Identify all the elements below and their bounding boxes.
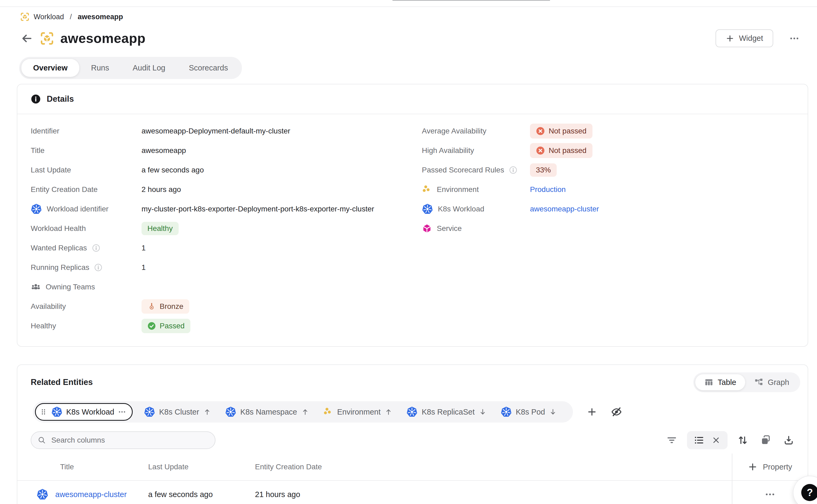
info-tooltip-icon[interactable]	[509, 166, 517, 174]
chip-label: K8s Pod	[516, 408, 545, 416]
back-button[interactable]	[19, 31, 34, 46]
tab-audit-log[interactable]: Audit Log	[121, 59, 177, 77]
add-property-button[interactable]: Property	[732, 454, 808, 481]
field-entity-creation-date: Entity Creation Date 2 hours ago	[31, 180, 422, 199]
entity-chips: K8s Workload K8s Cluster K8s Namespace E…	[33, 401, 573, 423]
chip-label: K8s Cluster	[159, 408, 199, 416]
status-badge-healthy: Healthy	[142, 222, 179, 235]
field-service: Service	[422, 219, 794, 238]
field-label: Identifier	[31, 127, 59, 135]
breadcrumb-parent[interactable]: Workload	[34, 13, 64, 21]
row-entity-link[interactable]: awesomeapp-cluster	[55, 490, 127, 499]
field-title: Title awesomeapp	[31, 141, 422, 160]
environment-icon	[422, 184, 432, 195]
field-label: Title	[31, 146, 45, 155]
field-owning-teams: Owning Teams	[31, 277, 422, 297]
toggle-graph-label: Graph	[768, 378, 789, 387]
status-badge-passed: Passed	[142, 319, 190, 333]
chip-k8s-replicaset[interactable]: K8s ReplicaSet	[399, 406, 493, 418]
field-label: Environment	[437, 185, 479, 194]
arrow-up-icon	[384, 408, 392, 416]
row-last-update: a few seconds ago	[148, 490, 213, 499]
field-high-availability: High Availability Not passed	[422, 141, 794, 160]
breadcrumb-current[interactable]: awesomeapp	[78, 13, 123, 21]
k8s-workload-link[interactable]: awesomeapp-cluster	[530, 205, 599, 213]
drag-handle-icon[interactable]	[40, 408, 48, 416]
add-property-label: Property	[763, 463, 792, 471]
add-widget-label: Widget	[739, 34, 763, 43]
search-columns-input[interactable]	[51, 436, 209, 445]
percentage-badge: 33%	[530, 163, 557, 177]
field-average-availability: Average Availability Not passed	[422, 121, 794, 141]
plus-icon	[748, 462, 757, 472]
chip-k8s-cluster[interactable]: K8s Cluster	[137, 406, 218, 418]
k8s-icon	[422, 203, 433, 215]
search-columns-box	[31, 431, 215, 449]
k8s-icon	[225, 406, 236, 418]
graph-icon	[754, 378, 763, 387]
x-circle-icon	[536, 127, 545, 136]
related-entities-card: Related Entities Table Graph K8s Workloa…	[17, 364, 808, 504]
field-healthy: Healthy Passed	[31, 316, 422, 336]
download-button[interactable]	[783, 435, 794, 446]
chip-label: Environment	[337, 408, 381, 416]
kebab-icon	[789, 33, 799, 44]
chip-menu-icon[interactable]	[118, 408, 126, 416]
table-main: Title Last Update Entity Creation Date a…	[17, 454, 732, 504]
chip-k8s-pod[interactable]: K8s Pod	[494, 406, 564, 418]
chip-k8s-namespace[interactable]: K8s Namespace	[218, 406, 316, 418]
field-label: Service	[437, 224, 462, 233]
x-circle-icon	[536, 146, 545, 155]
toggle-table-view[interactable]: Table	[695, 374, 745, 390]
filter-button[interactable]	[666, 435, 677, 446]
table-row[interactable]: awesomeapp-cluster a few seconds ago 21 …	[17, 481, 732, 504]
info-tooltip-icon[interactable]	[92, 244, 100, 252]
details-left-column: Identifier awesomeapp-Deployment-default…	[31, 121, 422, 336]
sort-button[interactable]	[737, 435, 748, 446]
add-widget-button[interactable]: Widget	[716, 29, 773, 47]
info-icon	[31, 94, 41, 104]
view-toggle: Table Graph	[693, 372, 800, 392]
tab-overview[interactable]: Overview	[21, 59, 79, 77]
field-label: Workload identifier	[47, 205, 108, 213]
view-options-group	[687, 431, 728, 449]
tab-bar: Overview Runs Audit Log Scorecards	[19, 57, 242, 79]
back-arrow-icon	[21, 32, 33, 45]
field-workload-health: Workload Health Healthy	[31, 219, 422, 238]
toggle-graph-view[interactable]: Graph	[745, 374, 798, 390]
environment-link[interactable]: Production	[530, 185, 566, 194]
badge-label: Bronze	[160, 303, 183, 310]
eye-off-icon	[611, 406, 622, 418]
chip-environment[interactable]: Environment	[316, 407, 400, 417]
table-icon	[704, 378, 713, 387]
copy-button[interactable]	[760, 435, 771, 446]
tab-scorecards[interactable]: Scorecards	[177, 59, 240, 77]
hide-relations-button[interactable]	[611, 406, 622, 418]
field-value: 2 hours ago	[142, 185, 181, 194]
tab-runs[interactable]: Runs	[79, 59, 121, 77]
filter-icon	[666, 435, 677, 446]
field-value: awesomeapp	[142, 146, 186, 155]
chip-k8s-workload[interactable]: K8s Workload	[35, 403, 133, 421]
k8s-icon	[144, 406, 155, 418]
badge-label: Not passed	[549, 147, 587, 154]
field-label: K8s Workload	[438, 205, 484, 213]
check-circle-icon	[147, 322, 156, 330]
add-relation-button[interactable]	[587, 407, 597, 417]
clear-view-button[interactable]	[712, 436, 721, 445]
badge-label: Not passed	[549, 127, 587, 135]
teams-icon	[31, 282, 41, 292]
k8s-icon	[501, 406, 512, 418]
field-value: a few seconds ago	[142, 166, 204, 174]
field-running-replicas: Running Replicas 1	[31, 258, 422, 277]
k8s-icon	[37, 489, 48, 500]
page-menu-button[interactable]	[789, 33, 799, 44]
list-view-button[interactable]	[694, 435, 704, 445]
chip-label: K8s ReplicaSet	[422, 408, 474, 416]
details-right-column: Average Availability Not passed High Ava…	[422, 121, 794, 336]
field-k8s-workload: K8s Workload awesomeapp-cluster	[422, 199, 794, 219]
arrow-up-icon	[301, 408, 309, 416]
info-tooltip-icon[interactable]	[94, 263, 103, 272]
field-label: Last Update	[31, 166, 71, 174]
field-environment: Environment Production	[422, 180, 794, 199]
